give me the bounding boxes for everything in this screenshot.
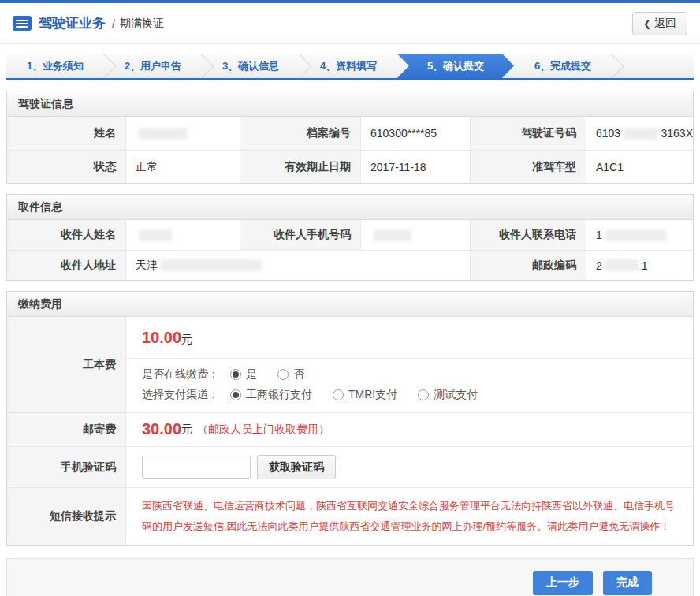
postcode-label: 邮政编码 [471, 250, 586, 280]
address-label: 收件人地址 [7, 250, 125, 280]
postage-amount: 30.00 [142, 420, 181, 438]
app-title: 驾驶证业务 [39, 14, 106, 32]
done-button[interactable]: 完成 [603, 571, 652, 595]
channel-test-option[interactable]: 测试支付 [418, 388, 478, 402]
recipient-phone-prefix: 1 [596, 229, 602, 241]
breadcrumb-page-title: 期满换证 [120, 17, 164, 31]
channel-icbc-label: 工商银行支付 [246, 388, 312, 402]
payment-channel-line: 选择支付渠道： 工商银行支付 TMRI支付 测试支付 [142, 388, 677, 402]
sms-code-content: 获取验证码 [125, 447, 693, 487]
online-pay-yes-option[interactable]: 是 [230, 367, 257, 382]
recipient-phone-label: 收件人联系电话 [471, 220, 586, 250]
breadcrumb-separator: / [112, 17, 115, 30]
step-tab-4-label: 4、资料填写 [320, 59, 377, 73]
step-tab-3-label: 3、确认信息 [222, 59, 279, 73]
radio-icbc-checked[interactable] [230, 389, 241, 400]
radio-yes-checked[interactable] [230, 369, 241, 380]
step-tab-4[interactable]: 4、资料填写 [300, 54, 397, 78]
previous-step-button[interactable]: 上一步 [533, 571, 593, 595]
fees-title: 缴纳费用 [7, 292, 693, 317]
production-fee-amount-line: 10.00元 [126, 317, 693, 359]
postage-fee-row: 邮寄费 30.00元 （邮政人员上门收取费用） [7, 412, 693, 446]
license-number-suffix: 3163X [661, 127, 693, 140]
radio-no[interactable] [277, 369, 289, 380]
postcode-value: 21 [586, 250, 693, 280]
channel-icbc-option[interactable]: 工商银行支付 [230, 388, 312, 402]
license-form-icon [13, 16, 32, 31]
file-number-value: 610300****85 [360, 117, 471, 150]
step-tab-1-label: 1、业务须知 [27, 59, 84, 73]
get-code-button[interactable]: 获取验证码 [257, 455, 336, 479]
production-fee-label: 工本费 [7, 317, 125, 412]
pickup-info-row-1: 收件人姓名 收件人手机号码 收件人联系电话 1 [7, 220, 693, 250]
channel-tmri-option[interactable]: TMRI支付 [333, 388, 397, 402]
postcode-suffix: 1 [642, 259, 648, 272]
sms-tip-text: 因陕西省联通、电信运营商技术问题，陕西省互联网交通安全综合服务管理平台无法向持陕… [125, 488, 693, 545]
step-tab-2[interactable]: 2、用户申告 [104, 54, 202, 78]
online-pay-no-option[interactable]: 否 [277, 367, 304, 382]
recipient-mobile-label: 收件人手机号码 [240, 220, 360, 250]
fees-panel: 缴纳费用 工本费 10.00元 是否在线缴费： 是 否 [6, 291, 694, 546]
recipient-phone-value: 1 [586, 220, 693, 250]
step-tab-6[interactable]: 6、完成提交 [514, 54, 612, 78]
back-chevron-icon: ❮ [643, 18, 651, 29]
expiry-value: 2017-11-18 [360, 150, 471, 183]
currency-unit: 元 [181, 333, 192, 345]
recipient-name-label: 收件人姓名 [7, 220, 125, 250]
step-tab-6-label: 6、完成提交 [534, 59, 591, 73]
pickup-info-panel: 取件信息 收件人姓名 收件人手机号码 收件人联系电话 1 收件人地址 天津 邮政… [6, 194, 694, 281]
page-header: 驾驶证业务 / 期满换证 ❮ 返回 [0, 3, 700, 44]
footer-action-bar: 上一步 完成 [6, 558, 694, 596]
step-tab-2-label: 2、用户申告 [125, 59, 181, 73]
postage-note: （邮政人员上门收取费用） [197, 423, 330, 437]
postage-label: 邮寄费 [7, 413, 125, 446]
online-yes-label: 是 [246, 367, 257, 382]
address-value: 天津 [125, 250, 471, 280]
license-number-label: 驾驶证号码 [471, 117, 586, 150]
status-value: 正常 [125, 150, 240, 183]
postage-content: 30.00元 （邮政人员上门收取费用） [125, 413, 693, 446]
radio-tmri[interactable] [333, 389, 344, 400]
license-info-row-2: 状态 正常 有效期止日期 2017-11-18 准驾车型 A1C1 [7, 150, 693, 183]
vehicle-class-value: A1C1 [586, 150, 693, 183]
step-tab-5-active[interactable]: 5、确认提交 [397, 54, 514, 78]
sms-tip-label: 短信接收提示 [7, 488, 125, 545]
license-number-value: 61033163X [586, 117, 693, 150]
production-fee-row: 工本费 10.00元 是否在线缴费： 是 否 选择 [7, 317, 693, 412]
postcode-prefix: 2 [596, 259, 602, 272]
sms-code-input[interactable] [142, 456, 251, 479]
channel-tmri-label: TMRI支付 [348, 388, 397, 402]
sms-tip-row: 短信接收提示 因陕西省联通、电信运营商技术问题，陕西省互联网交通安全综合服务管理… [7, 487, 693, 545]
payment-options: 是否在线缴费： 是 否 选择支付渠道： 工商银行支付 [126, 359, 693, 412]
status-label: 状态 [7, 150, 125, 183]
name-label: 姓名 [7, 117, 125, 150]
license-info-title: 驾驶证信息 [7, 91, 693, 117]
production-fee-content: 10.00元 是否在线缴费： 是 否 选择支付渠道： [125, 317, 693, 412]
postage-currency-unit: 元 [181, 423, 192, 437]
recipient-mobile-value [360, 220, 471, 250]
step-tab-1[interactable]: 1、业务须知 [6, 54, 104, 78]
recipient-name-value [125, 220, 240, 250]
license-info-row-1: 姓名 档案编号 610300****85 驾驶证号码 61033163X [7, 117, 693, 150]
license-info-panel: 驾驶证信息 姓名 档案编号 610300****85 驾驶证号码 6103316… [6, 91, 694, 184]
pickup-info-row-2: 收件人地址 天津 邮政编码 21 [7, 250, 693, 280]
expiry-label: 有效期止日期 [240, 150, 360, 183]
pickup-info-title: 取件信息 [7, 195, 693, 220]
online-no-label: 否 [293, 367, 304, 382]
step-tab-5-label: 5、确认提交 [427, 59, 484, 73]
channel-test-label: 测试支付 [434, 388, 478, 402]
step-tab-3[interactable]: 3、确认信息 [202, 54, 300, 78]
name-value [125, 117, 240, 150]
radio-test[interactable] [418, 389, 429, 400]
address-prefix: 天津 [136, 259, 158, 273]
step-progress-bar: 1、业务须知 2、用户申告 3、确认信息 4、资料填写 5、确认提交 6、完成提… [6, 54, 694, 80]
vehicle-class-label: 准驾车型 [471, 150, 586, 183]
production-fee-amount: 10.00 [142, 329, 181, 346]
file-number-label: 档案编号 [240, 117, 360, 150]
sms-code-label: 手机验证码 [7, 447, 125, 487]
license-number-prefix: 6103 [596, 127, 620, 140]
online-payment-line: 是否在线缴费： 是 否 [142, 367, 677, 382]
payment-channel-label: 选择支付渠道： [142, 388, 219, 402]
sms-code-row: 手机验证码 获取验证码 [7, 446, 693, 487]
back-button[interactable]: ❮ 返回 [632, 12, 687, 35]
